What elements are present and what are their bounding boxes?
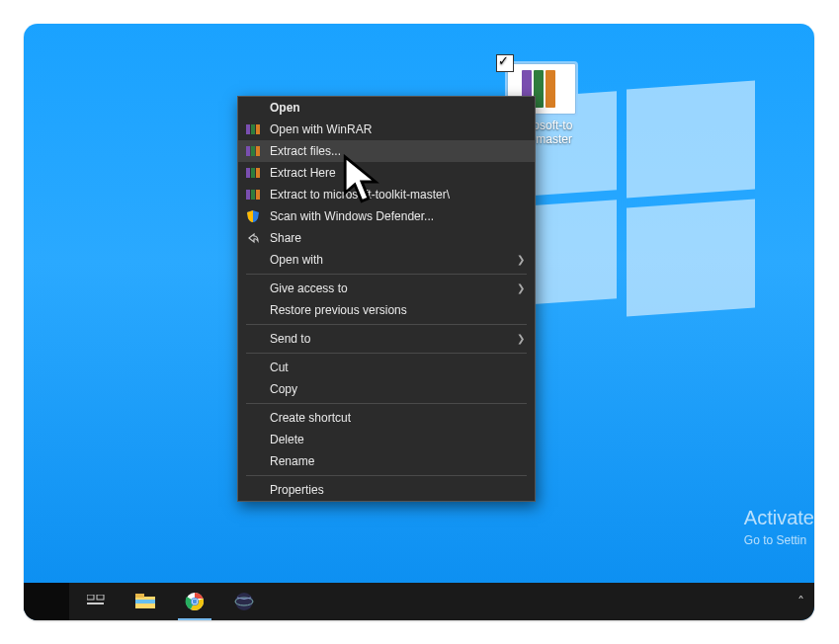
defender-shield-icon: [246, 209, 260, 223]
menu-cut-label: Cut: [270, 361, 289, 374]
svg-rect-1: [251, 124, 255, 134]
svg-rect-7: [251, 168, 255, 178]
browser-globe-button[interactable]: [221, 583, 267, 620]
svg-rect-10: [251, 190, 255, 200]
winrar-icon: [246, 144, 260, 158]
menu-open-winrar[interactable]: Open with WinRAR: [238, 119, 535, 140]
menu-separator: [246, 324, 527, 325]
chevron-right-icon: ❯: [517, 282, 525, 293]
svg-rect-4: [251, 146, 255, 156]
menu-restore-previous-label: Restore previous versions: [270, 303, 407, 317]
menu-copy-label: Copy: [270, 382, 297, 396]
taskbar[interactable]: ˄: [24, 583, 814, 620]
menu-delete[interactable]: Delete: [238, 429, 535, 450]
tray-chevron-up-icon[interactable]: ˄: [797, 594, 804, 609]
menu-scan-defender[interactable]: Scan with Windows Defender...: [238, 205, 535, 227]
winrar-icon: [246, 188, 260, 201]
menu-properties[interactable]: Properties: [238, 479, 535, 501]
menu-extract-to-label: Extract to microsoft-toolkit-master\: [270, 188, 450, 201]
svg-rect-5: [256, 146, 260, 156]
menu-separator: [246, 353, 527, 354]
chrome-button[interactable]: [172, 583, 217, 620]
menu-rename[interactable]: Rename: [238, 450, 535, 472]
menu-extract-to-folder[interactable]: Extract to microsoft-toolkit-master\: [238, 184, 535, 205]
menu-rename-label: Rename: [270, 454, 314, 468]
menu-give-access[interactable]: Give access to ❯: [238, 278, 535, 299]
svg-rect-9: [246, 190, 250, 200]
task-view-icon: [87, 595, 105, 608]
menu-extract-files[interactable]: Extract files...: [238, 140, 535, 162]
menu-create-shortcut-label: Create shortcut: [270, 411, 351, 425]
menu-give-access-label: Give access to: [270, 282, 348, 295]
menu-open-label: Open: [270, 101, 300, 115]
svg-rect-11: [256, 190, 260, 200]
chevron-right-icon: ❯: [517, 254, 525, 265]
share-icon: [246, 231, 260, 245]
svg-rect-13: [97, 595, 104, 600]
menu-open-with-label: Open with: [270, 253, 323, 267]
menu-separator: [246, 403, 527, 404]
menu-separator: [246, 274, 527, 275]
desktop[interactable]: microsoft-to olkit-master Open Open with…: [24, 24, 814, 620]
activation-watermark: Activate Go to Settin: [744, 507, 814, 547]
menu-extract-here-label: Extract Here: [270, 166, 336, 180]
menu-extract-here[interactable]: Extract Here: [238, 162, 535, 184]
svg-rect-0: [246, 124, 250, 134]
svg-rect-6: [246, 168, 250, 178]
menu-create-shortcut[interactable]: Create shortcut: [238, 407, 535, 429]
menu-open-winrar-label: Open with WinRAR: [270, 122, 372, 136]
selection-checkbox-icon: [496, 54, 514, 72]
menu-send-to[interactable]: Send to ❯: [238, 328, 535, 350]
menu-cut[interactable]: Cut: [238, 357, 535, 378]
svg-rect-8: [256, 168, 260, 178]
file-explorer-icon: [135, 594, 155, 609]
menu-share[interactable]: Share: [238, 227, 535, 249]
svg-rect-12: [87, 595, 94, 600]
activation-title: Activate: [744, 507, 814, 529]
activation-subtitle: Go to Settin: [744, 533, 814, 547]
svg-rect-2: [256, 124, 260, 134]
svg-rect-16: [135, 594, 144, 598]
menu-scan-defender-label: Scan with Windows Defender...: [270, 209, 434, 223]
menu-share-label: Share: [270, 231, 301, 245]
svg-point-22: [235, 593, 253, 610]
menu-copy[interactable]: Copy: [238, 378, 535, 400]
svg-rect-3: [246, 146, 250, 156]
menu-send-to-label: Send to: [270, 332, 310, 346]
menu-properties-label: Properties: [270, 483, 324, 497]
svg-point-21: [193, 600, 198, 604]
task-view-button[interactable]: [73, 583, 119, 620]
start-button[interactable]: [24, 583, 69, 620]
menu-restore-previous[interactable]: Restore previous versions: [238, 299, 535, 321]
context-menu: Open Open with WinRAR Extract files... E…: [237, 96, 536, 502]
menu-separator: [246, 475, 527, 476]
chrome-icon: [185, 592, 205, 611]
chevron-right-icon: ❯: [517, 333, 525, 344]
winrar-icon: [246, 166, 260, 180]
winrar-icon: [246, 122, 260, 136]
svg-rect-14: [87, 603, 104, 604]
svg-rect-17: [135, 600, 155, 604]
menu-delete-label: Delete: [270, 433, 304, 446]
file-explorer-button[interactable]: [123, 583, 168, 620]
globe-icon: [234, 592, 254, 611]
menu-extract-files-label: Extract files...: [270, 144, 341, 158]
menu-open-with[interactable]: Open with ❯: [238, 249, 535, 271]
menu-open[interactable]: Open: [238, 97, 535, 119]
